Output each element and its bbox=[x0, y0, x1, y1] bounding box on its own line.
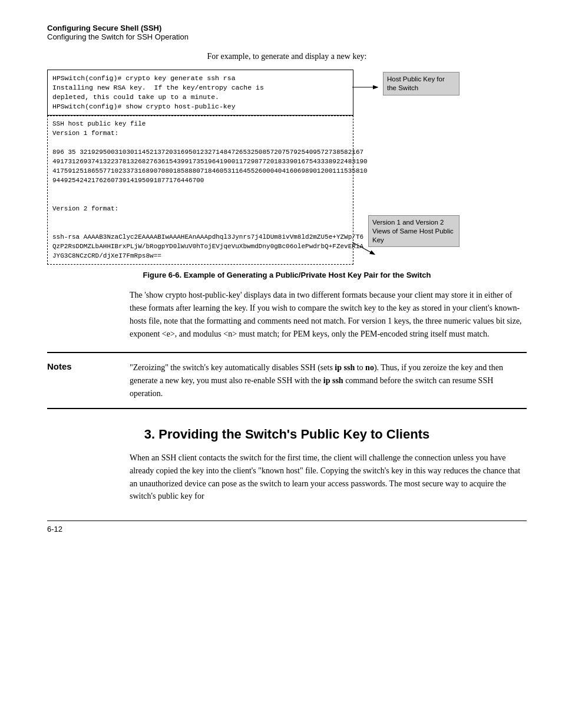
dashed-code-block: SSH host public key file Version 1 forma… bbox=[47, 116, 353, 265]
code-section: HPSwitch(config)# crypto key generate ss… bbox=[47, 70, 459, 265]
callout-version-views: Version 1 and Version 2 Views of Same Ho… bbox=[368, 215, 459, 248]
page-footer: 6-12 bbox=[47, 521, 527, 533]
notes-text-mid1: to bbox=[355, 363, 365, 372]
body-paragraph-text: The 'show crypto host-public-key' displa… bbox=[130, 291, 522, 338]
page-header: Configuring Secure Shell (SSH) Configuri… bbox=[47, 24, 527, 41]
notes-content: "Zeroizing" the switch's key automatical… bbox=[130, 361, 527, 400]
notes-bold-3: ip ssh bbox=[323, 376, 343, 385]
notes-bold-2: no bbox=[365, 363, 374, 372]
figure-caption: Figure 6-6. Example of Generating a Publ… bbox=[47, 271, 527, 279]
header-normal: Configuring the Switch for SSH Operation bbox=[47, 32, 527, 41]
intro-text: For example, to generate and display a n… bbox=[47, 52, 527, 61]
section3-heading: 3. Providing the Switch's Public Key to … bbox=[47, 427, 527, 442]
dashed-box-section: SSH host public key file Version 1 forma… bbox=[47, 116, 459, 265]
notes-text-before: "Zeroizing" the switch's key automatical… bbox=[130, 363, 335, 372]
notes-label: Notes bbox=[47, 361, 130, 371]
section3-body: When an SSH client contacts the switch f… bbox=[130, 452, 527, 503]
notes-section: Notes "Zeroizing" the switch's key autom… bbox=[47, 352, 527, 409]
page-number: 6-12 bbox=[47, 525, 62, 533]
callout-host-public-key: Host Public Key for the Switch bbox=[383, 72, 459, 95]
code-block: HPSwitch(config)# crypto key generate ss… bbox=[47, 70, 353, 116]
notes-bold-1: ip ssh bbox=[335, 363, 355, 372]
header-bold: Configuring Secure Shell (SSH) bbox=[47, 24, 527, 32]
body-paragraph: The 'show crypto host-public-key' displa… bbox=[130, 289, 527, 340]
